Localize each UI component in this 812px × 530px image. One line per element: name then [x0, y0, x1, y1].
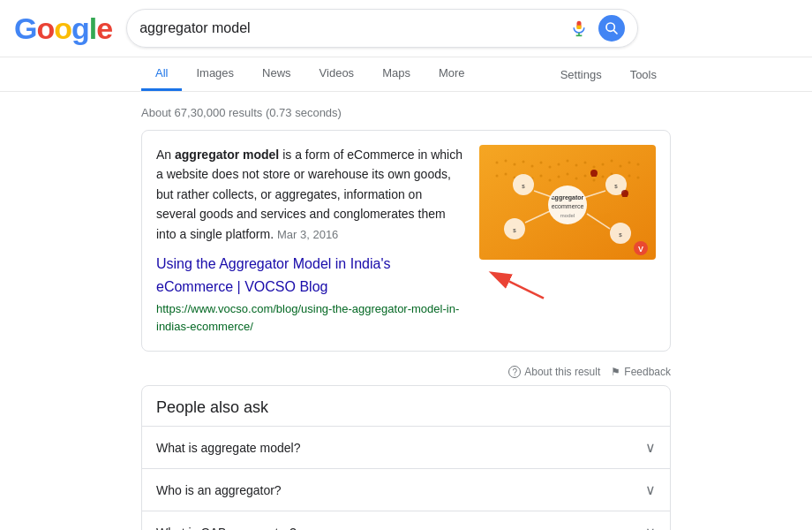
search-bar[interactable]: aggregator model	[126, 9, 638, 48]
chevron-down-icon-3: ∨	[645, 524, 656, 530]
svg-point-29	[540, 175, 543, 178]
snippet-date: Mar 3, 2016	[277, 228, 338, 241]
paa-title: People also ask	[142, 386, 670, 426]
svg-text:aggregator: aggregator	[552, 194, 584, 201]
header: Google aggregator model	[0, 0, 812, 57]
paa-question-2: Who is an aggregator?	[156, 483, 282, 497]
svg-point-32	[567, 173, 569, 176]
svg-point-31	[558, 176, 560, 178]
paa-item-1[interactable]: What is aggregate model? ∨	[142, 426, 670, 468]
svg-point-9	[514, 163, 516, 166]
svg-point-23	[637, 163, 640, 166]
svg-rect-1	[577, 26, 582, 29]
svg-text:V: V	[638, 245, 643, 254]
feedback-label: Feedback	[624, 366, 671, 378]
tab-more[interactable]: More	[425, 57, 479, 91]
results-wrapper: An aggregator model is a form of eCommer…	[141, 130, 671, 530]
svg-point-16	[575, 164, 578, 167]
svg-point-33	[575, 178, 578, 180]
svg-point-19	[602, 163, 605, 166]
search-icons	[570, 15, 625, 42]
svg-text:model: model	[560, 213, 575, 218]
tab-videos[interactable]: Videos	[305, 57, 369, 91]
search-icon[interactable]	[598, 15, 625, 42]
paa-item-2[interactable]: Who is an aggregator? ∨	[142, 468, 670, 511]
people-also-ask: People also ask What is aggregate model?…	[141, 385, 671, 530]
paa-item-3[interactable]: What is CAB aggregator? ∨	[142, 511, 670, 530]
svg-point-11	[531, 165, 534, 168]
result-stats: About 67,30,000 results (0.73 seconds)	[141, 99, 671, 130]
paa-question-1: What is aggregate model?	[156, 441, 300, 455]
snippet-image: aggregator ecommerce model $ $ $ $	[479, 145, 656, 260]
svg-line-5	[614, 30, 618, 34]
chevron-down-icon-2: ∨	[645, 481, 656, 498]
snippet-bold-term: aggregator model	[175, 148, 279, 162]
google-logo: Google	[14, 13, 112, 43]
about-result-label: About this result	[524, 366, 600, 378]
tab-tools[interactable]: Tools	[616, 59, 671, 90]
snippet-link[interactable]: Using the Aggregator Model in India's eC…	[156, 253, 465, 298]
tab-images[interactable]: Images	[182, 57, 248, 91]
svg-point-40	[637, 177, 640, 179]
tab-settings[interactable]: Settings	[546, 59, 616, 90]
svg-point-20	[611, 160, 613, 163]
svg-point-10	[523, 161, 525, 163]
tab-maps[interactable]: Maps	[368, 57, 425, 91]
svg-point-13	[549, 166, 552, 169]
svg-point-25	[505, 173, 508, 176]
microphone-icon[interactable]	[570, 18, 588, 39]
svg-point-30	[549, 179, 552, 182]
chevron-down-icon-1: ∨	[645, 439, 656, 456]
feedback-button[interactable]: ⚑ Feedback	[611, 366, 671, 378]
svg-point-22	[628, 162, 631, 164]
snippet-text-content: An aggregator model is a form of eCommer…	[156, 145, 465, 337]
navigation-tabs: All Images News Videos Maps More Setting…	[0, 57, 812, 92]
about-this-result[interactable]: ? About this result	[508, 366, 600, 378]
tab-all[interactable]: All	[141, 57, 182, 91]
svg-point-7	[496, 162, 499, 164]
svg-point-15	[567, 160, 569, 163]
svg-point-36	[602, 176, 605, 178]
svg-point-8	[505, 160, 508, 163]
svg-point-39	[628, 175, 631, 178]
logo-text: Google	[14, 13, 112, 43]
paa-question-3: What is CAB aggregator?	[156, 526, 297, 530]
svg-point-17	[584, 162, 587, 164]
result-meta-row: ? About this result ⚑ Feedback	[141, 362, 671, 385]
svg-point-35	[593, 179, 596, 182]
svg-point-34	[584, 175, 587, 178]
snippet-url: https://www.vocso.com/blog/using-the-agg…	[156, 300, 465, 337]
svg-point-24	[496, 175, 499, 178]
featured-snippet: An aggregator model is a form of eCommer…	[141, 130, 671, 352]
svg-point-12	[540, 162, 543, 164]
svg-point-18	[593, 166, 596, 169]
svg-text:ecommerce: ecommerce	[552, 203, 584, 209]
svg-point-14	[558, 163, 560, 166]
tab-news[interactable]: News	[248, 57, 305, 91]
snippet-intro: An	[156, 148, 175, 162]
results-area: About 67,30,000 results (0.73 seconds) A…	[0, 92, 812, 530]
svg-point-21	[620, 165, 622, 168]
search-input[interactable]: aggregator model	[139, 20, 570, 36]
